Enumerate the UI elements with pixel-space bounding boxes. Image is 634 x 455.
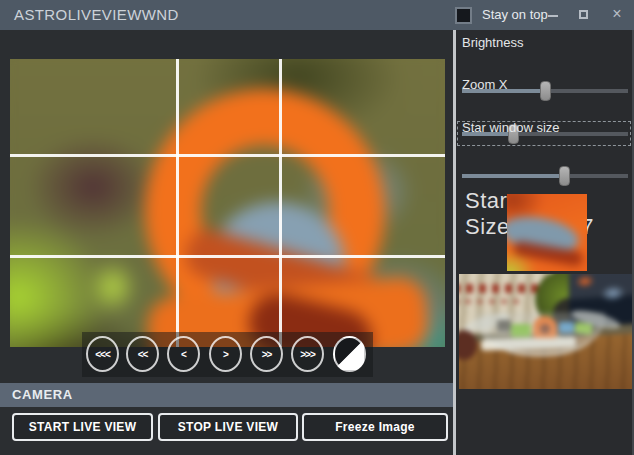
minimize-icon [548,15,558,17]
grid-vertical-line-2 [279,59,282,347]
stay-on-top-checkbox[interactable] [455,7,472,24]
liveview-image[interactable] [10,59,445,347]
grid-horizontal-line-2 [10,255,445,258]
freeze-image-button[interactable]: Freeze Image [302,413,448,441]
star-window-size-slider-track[interactable] [462,174,628,178]
close-button[interactable]: × [604,0,630,30]
astro-liveview-window: ASTROLIVEVIEWWND Stay on top × <<< << < [0,0,634,455]
star-window-size-label: Star window size [462,120,560,135]
star-window-size-slider-fill [462,174,565,178]
nav-step-back-button[interactable]: < [167,336,200,372]
preview-curtain-pattern [459,284,541,293]
stay-on-top-label: Stay on top [482,0,548,30]
star-window-thumbnail [507,194,587,271]
camera-section-header: CAMERA [0,383,453,407]
star-size-label: Star Size [465,188,510,239]
star-window-size-slider-handle[interactable] [559,166,570,186]
preview-photo [459,274,632,389]
full-frame-preview [459,274,632,389]
settings-panel: Brightness Zoom X Star window size Star … [456,30,634,455]
nav-fast-rewind-button[interactable]: <<< [86,336,119,372]
brightness-slider-handle[interactable] [540,81,551,101]
preview-curtain-pattern-2 [459,299,523,304]
nav-forward-button[interactable]: >> [250,336,283,372]
liveview-photo-blur [10,59,445,347]
grid-horizontal-line-1 [10,154,445,157]
minimize-button[interactable] [541,0,565,30]
brightness-label: Brightness [462,35,523,50]
nav-fast-forward-button[interactable]: >>> [291,336,324,372]
zoom-x-label: Zoom X [462,77,508,92]
star-window-size-slider[interactable] [462,166,628,186]
start-live-view-button[interactable]: START LIVE VIEW [12,413,153,441]
maximize-button[interactable] [571,0,595,30]
contrast-toggle-icon[interactable] [333,336,366,372]
maximize-icon [579,10,588,19]
stop-live-view-button[interactable]: STOP LIVE VIEW [158,413,298,441]
titlebar[interactable]: ASTROLIVEVIEWWND Stay on top × [0,0,634,30]
liveview-area: <<< << < > >> >>> CAMERA START LIVE VIEW… [0,30,453,455]
star-window-crop [507,194,587,271]
nav-button-strip: <<< << < > >> >>> [82,332,373,377]
grid-vertical-line-1 [176,59,179,347]
nav-step-forward-button[interactable]: > [209,336,242,372]
window-title: ASTROLIVEVIEWWND [14,0,179,30]
nav-rewind-button[interactable]: << [126,336,159,372]
